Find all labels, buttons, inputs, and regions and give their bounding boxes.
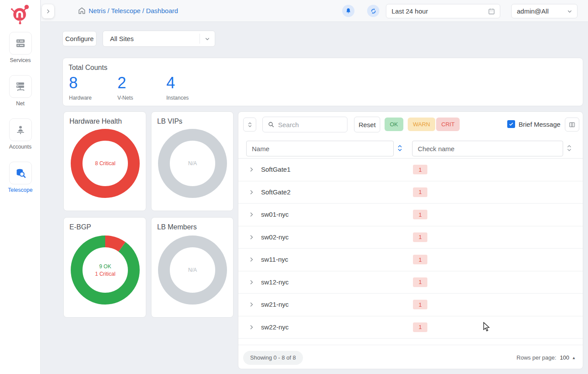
netris-logo-icon[interactable]: [9, 3, 31, 25]
table-row[interactable]: sw02-nyc 1: [238, 226, 583, 249]
table-row[interactable]: sw22-nyc 1: [238, 316, 583, 339]
row-expand-icon[interactable]: [248, 256, 255, 263]
brief-message-checkbox[interactable]: [507, 120, 515, 128]
brief-message-toggle[interactable]: Brief Message: [507, 120, 560, 128]
table-row[interactable]: sw12-nyc 1: [238, 271, 583, 294]
total-counts-card: Total Counts 8 Hardware 2 V-Nets 4 Insta…: [62, 58, 583, 106]
hardware-health-donut-chart[interactable]: 8 Critical: [70, 128, 140, 198]
name-column-filter[interactable]: Name: [246, 141, 394, 156]
donut-center-text: 1 Critical: [95, 271, 116, 277]
expand-collapse-icon: [247, 121, 253, 128]
sidebar-item-label: Telescope: [0, 187, 41, 193]
time-range-field[interactable]: [386, 4, 500, 18]
check-count-badge: 1: [413, 210, 427, 219]
row-expand-icon[interactable]: [248, 189, 255, 196]
check-count-badge: 1: [413, 187, 427, 197]
check-count-badge: 1: [413, 322, 427, 332]
filter-crit-button[interactable]: CRIT: [436, 118, 460, 131]
filter-warn-button[interactable]: WARN: [408, 118, 435, 131]
table-row[interactable]: SoftGate1 1: [238, 159, 583, 181]
chart-title: LB VIPs: [157, 118, 182, 125]
sidebar-item-services[interactable]: Services: [0, 32, 41, 63]
reset-button[interactable]: Reset: [354, 117, 380, 132]
sidebar-item-label: Net: [0, 100, 41, 107]
donut-center-text: 9 OK: [99, 263, 111, 270]
time-range-input[interactable]: [392, 7, 488, 15]
netris-dashboard-page: Services Net: [0, 0, 588, 374]
stat-instances-label: Instances: [166, 95, 214, 101]
notifications-button[interactable]: [342, 5, 354, 17]
stat-vnets-label: V-Nets: [117, 95, 165, 101]
rows-per-page-control[interactable]: Rows per page: 100 ▲: [516, 354, 576, 361]
lb-members-donut-chart[interactable]: N/A: [158, 235, 227, 305]
filter-ok-button[interactable]: OK: [385, 118, 403, 131]
row-expand-icon[interactable]: [248, 211, 255, 218]
check-icon: [509, 121, 514, 127]
donut-center-text: N/A: [188, 267, 197, 273]
top-header: Netris / Telescope / Dashboard: [41, 0, 588, 22]
sort-check-name-icon[interactable]: [565, 143, 573, 153]
home-icon[interactable]: [77, 6, 86, 15]
check-name-column-filter[interactable]: Check name: [412, 141, 563, 156]
sites-select-value: All Sites: [103, 35, 199, 42]
hardware-health-card: Hardware Health 8 Critical: [63, 111, 146, 211]
check-count-badge: 1: [413, 300, 427, 309]
refresh-button[interactable]: [367, 5, 379, 17]
row-expand-icon[interactable]: [248, 166, 255, 173]
sidebar-collapse-button[interactable]: [42, 4, 54, 18]
sidebar-item-accounts[interactable]: Accounts: [0, 118, 41, 150]
sites-select[interactable]: All Sites: [103, 31, 215, 47]
row-name: sw11-nyc: [261, 256, 288, 263]
donut-center-text: N/A: [188, 160, 197, 166]
table-footer: Showing 0 - 8 of 8 Rows per page: 100 ▲: [238, 347, 583, 369]
stat-instances-value[interactable]: 4: [166, 75, 214, 91]
columns-icon: [568, 121, 576, 128]
row-expand-icon[interactable]: [248, 279, 255, 286]
ebgp-donut-chart[interactable]: 9 OK 1 Critical: [70, 235, 140, 305]
search-icon: [268, 121, 275, 128]
triangle-up-icon: ▲: [572, 356, 576, 360]
stat-instances: 4 Instances: [166, 75, 214, 101]
sidebar-item-telescope[interactable]: Telescope: [0, 162, 41, 193]
row-expand-icon[interactable]: [248, 234, 255, 241]
check-count-badge: 1: [413, 255, 427, 264]
showing-count: Showing 0 - 8 of 8: [243, 351, 303, 365]
check-count-badge: 1: [413, 165, 427, 174]
user-scope-select[interactable]: admin@All: [511, 4, 578, 18]
calendar-icon[interactable]: [488, 7, 495, 15]
ebgp-card: E-BGP 9 OK 1 Critical: [63, 217, 146, 318]
breadcrumb[interactable]: Netris / Telescope / Dashboard: [89, 7, 178, 14]
stat-hardware-value[interactable]: 8: [69, 75, 117, 91]
column-settings-button[interactable]: [565, 118, 579, 132]
stat-hardware: 8 Hardware: [69, 75, 117, 101]
lb-members-card: LB Members N/A: [151, 217, 234, 318]
lb-vips-donut-chart[interactable]: N/A: [158, 128, 227, 198]
chevron-right-icon: [45, 8, 51, 14]
table-row[interactable]: sw01-nyc 1: [238, 204, 583, 226]
row-name: sw01-nyc: [261, 211, 289, 218]
check-count-badge: 1: [413, 277, 427, 287]
table-row[interactable]: SoftGate2 1: [238, 181, 583, 204]
sidebar: Services Net: [0, 0, 41, 374]
expand-all-button[interactable]: [243, 118, 256, 132]
row-name: sw02-nyc: [261, 233, 289, 241]
table-row[interactable]: sw21-nyc 1: [238, 294, 583, 316]
donut-center-text: 8 Critical: [95, 160, 116, 166]
lb-vips-card: LB VIPs N/A: [151, 111, 234, 211]
sort-name-icon[interactable]: [396, 143, 404, 153]
row-name: sw12-nyc: [261, 278, 289, 286]
search-field[interactable]: [262, 117, 347, 132]
table-toolbar: Reset OK WARN CRIT Brief Message: [238, 112, 583, 137]
row-expand-icon[interactable]: [248, 324, 255, 331]
sidebar-item-net[interactable]: Net: [0, 75, 41, 107]
table-body: SoftGate1 1 SoftGate2 1 sw01-nyc 1 sw02-…: [238, 159, 583, 345]
rows-per-page-value[interactable]: 100: [560, 354, 569, 361]
brief-message-label: Brief Message: [519, 121, 560, 128]
row-expand-icon[interactable]: [248, 301, 255, 308]
table-header-row: Name Check name: [238, 137, 583, 159]
table-row[interactable]: sw11-nyc 1: [238, 249, 583, 271]
search-input[interactable]: [278, 121, 347, 128]
check-count-badge: 1: [413, 232, 427, 242]
configure-button[interactable]: Configure: [62, 31, 96, 46]
stat-vnets-value[interactable]: 2: [117, 75, 165, 91]
